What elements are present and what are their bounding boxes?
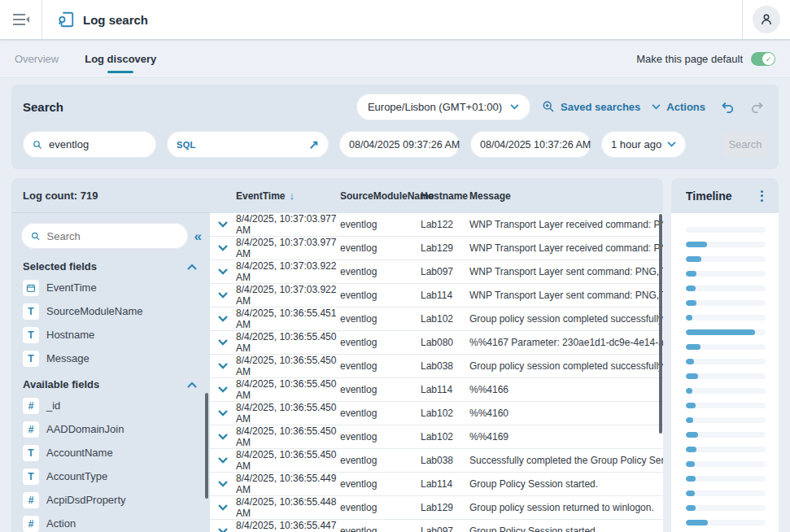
- field-item[interactable]: T Hostname: [11, 323, 210, 347]
- cell-eventtime: 8/4/2025, 10:36:55.450 AM: [236, 425, 340, 448]
- expand-row-button[interactable]: [210, 339, 236, 346]
- cell-eventtime: 8/4/2025, 10:36:55.448 AM: [236, 496, 340, 519]
- column-header-sourcemodulename[interactable]: SourceModuleName: [340, 190, 421, 202]
- expand-sql-icon[interactable]: ↗: [308, 137, 319, 152]
- timeline-bar: [686, 286, 696, 291]
- field-item[interactable]: T SourceModuleName: [11, 299, 210, 323]
- timeline-bar: [686, 300, 696, 306]
- timeline-bar-row: [686, 295, 766, 310]
- expand-row-button[interactable]: [210, 528, 236, 532]
- chevron-down-icon: [218, 221, 228, 228]
- make-default-toggle[interactable]: ✓: [751, 52, 775, 66]
- tab-overview[interactable]: Overview: [13, 41, 60, 77]
- expand-row-button[interactable]: [210, 316, 236, 322]
- table-scrollbar[interactable]: [659, 214, 662, 434]
- table-row[interactable]: 8/4/2025, 10:36:55.450 AM eventlog Lab03…: [210, 355, 663, 378]
- timeline-bar-track: [686, 520, 766, 525]
- cell-sourcemodulename: eventlog: [340, 219, 421, 230]
- table-row[interactable]: 8/4/2025, 10:37:03.977 AM eventlog Lab12…: [210, 213, 663, 237]
- field-label: _id: [46, 399, 60, 412]
- column-header-message[interactable]: Message: [469, 190, 663, 202]
- field-type-icon: #: [23, 516, 39, 532]
- cell-hostname: Lab102: [421, 313, 469, 325]
- table-body: 8/4/2025, 10:37:03.977 AM eventlog Lab12…: [210, 213, 663, 532]
- cell-sourcemodulename: eventlog: [340, 313, 421, 325]
- table-row[interactable]: 8/4/2025, 10:36:55.450 AM eventlog Lab03…: [210, 449, 663, 473]
- expand-row-button[interactable]: [210, 268, 236, 275]
- field-item[interactable]: T AccountType: [11, 464, 210, 488]
- expand-row-button[interactable]: [210, 221, 236, 228]
- user-avatar[interactable]: [753, 6, 780, 33]
- cell-eventtime: 8/4/2025, 10:36:55.450 AM: [236, 402, 340, 425]
- saved-search-icon: [542, 100, 555, 113]
- field-type-icon: T: [23, 445, 39, 461]
- timeline-bars: [671, 213, 779, 532]
- field-item[interactable]: # _id: [11, 394, 210, 417]
- sidebar-scrollbar[interactable]: [205, 393, 208, 499]
- timeline-bar: [686, 505, 696, 511]
- sql-query-field[interactable]: SQL ↗: [167, 131, 329, 158]
- table-row[interactable]: 8/4/2025, 10:36:55.449 AM eventlog Lab11…: [210, 473, 663, 496]
- saved-searches-button[interactable]: Saved searches: [542, 100, 640, 113]
- redo-icon: [751, 101, 765, 113]
- actions-button[interactable]: Actions: [652, 101, 705, 113]
- field-item[interactable]: # Action: [11, 512, 210, 532]
- column-header-hostname[interactable]: Hostname: [421, 190, 469, 202]
- collapse-sidebar-button[interactable]: [0, 0, 42, 39]
- timeline-menu-icon[interactable]: [758, 188, 766, 204]
- cell-sourcemodulename: eventlog: [340, 478, 421, 490]
- expand-row-button[interactable]: [210, 386, 236, 393]
- timeline-bar-track: [686, 388, 766, 394]
- field-item[interactable]: # AADDomainJoin: [11, 417, 210, 441]
- date-from-value: 08/04/2025 09:37:26 AM: [349, 139, 460, 150]
- field-item[interactable]: T AccountName: [11, 441, 210, 464]
- table-row[interactable]: 8/4/2025, 10:36:55.450 AM eventlog Lab08…: [210, 331, 663, 355]
- table-row[interactable]: 8/4/2025, 10:36:55.450 AM eventlog Lab10…: [210, 402, 663, 425]
- timeline-bar-track: [686, 373, 766, 379]
- field-label: Hostname: [46, 329, 94, 341]
- expand-row-button[interactable]: [210, 363, 236, 369]
- field-item[interactable]: T Message: [11, 347, 210, 370]
- tab-bar: Overview Log discovery Make this page de…: [0, 41, 790, 78]
- chevron-up-icon[interactable]: [187, 382, 197, 388]
- expand-row-button[interactable]: [210, 504, 236, 511]
- query-input[interactable]: [49, 138, 146, 150]
- table-row[interactable]: 8/4/2025, 10:37:03.977 AM eventlog Lab12…: [210, 237, 663, 260]
- relative-time-value: 1 hour ago: [611, 138, 661, 150]
- timeline-bar-row: [686, 383, 766, 398]
- timeline-bar: [686, 271, 696, 277]
- redo-button[interactable]: [748, 97, 767, 116]
- expand-row-button[interactable]: [210, 434, 236, 440]
- table-row[interactable]: 8/4/2025, 10:36:55.450 AM eventlog Lab11…: [210, 378, 663, 402]
- field-type-icon: #: [23, 398, 39, 414]
- column-header-eventtime[interactable]: EventTime ↓: [236, 190, 340, 202]
- field-item[interactable]: EventTime: [11, 276, 210, 299]
- date-to-field[interactable]: 08/04/2025 10:37:26 AM: [470, 131, 591, 158]
- expand-row-button[interactable]: [210, 292, 236, 299]
- table-row[interactable]: 8/4/2025, 10:37:03.922 AM eventlog Lab09…: [210, 260, 663, 284]
- chevron-down-icon: [218, 339, 228, 346]
- timezone-select[interactable]: Europe/Lisbon (GMT+01:00): [356, 94, 530, 120]
- table-row[interactable]: 8/4/2025, 10:36:55.450 AM eventlog Lab10…: [210, 425, 663, 449]
- undo-button[interactable]: [717, 97, 736, 116]
- fields-search-input[interactable]: [47, 230, 178, 242]
- field-item[interactable]: # AcpiDsdProperty: [11, 488, 210, 512]
- timeline-bar-row: [686, 456, 766, 471]
- chevron-up-icon[interactable]: [187, 264, 197, 270]
- table-row[interactable]: 8/4/2025, 10:37:03.922 AM eventlog Lab11…: [210, 284, 663, 307]
- timeline-bar: [686, 520, 708, 525]
- table-row[interactable]: 8/4/2025, 10:36:55.451 AM eventlog Lab10…: [210, 307, 663, 331]
- expand-row-button[interactable]: [210, 481, 236, 487]
- relative-time-select[interactable]: 1 hour ago: [601, 131, 686, 158]
- sort-desc-icon[interactable]: ↓: [289, 190, 295, 202]
- expand-row-button[interactable]: [210, 457, 236, 464]
- search-button[interactable]: Search: [723, 131, 767, 158]
- fields-sidebar: Log count: 719 « Selected fields: [11, 178, 210, 532]
- table-row[interactable]: 8/4/2025, 10:36:55.448 AM eventlog Lab12…: [210, 496, 663, 520]
- table-row[interactable]: 8/4/2025, 10:36:55.447 AM eventlog Lab09…: [210, 520, 663, 532]
- date-from-field[interactable]: 08/04/2025 09:37:26 AM: [339, 131, 460, 158]
- tab-log-discovery[interactable]: Log discovery: [83, 41, 158, 77]
- collapse-fields-panel-icon[interactable]: «: [194, 229, 202, 243]
- expand-row-button[interactable]: [210, 410, 236, 416]
- expand-row-button[interactable]: [210, 245, 236, 251]
